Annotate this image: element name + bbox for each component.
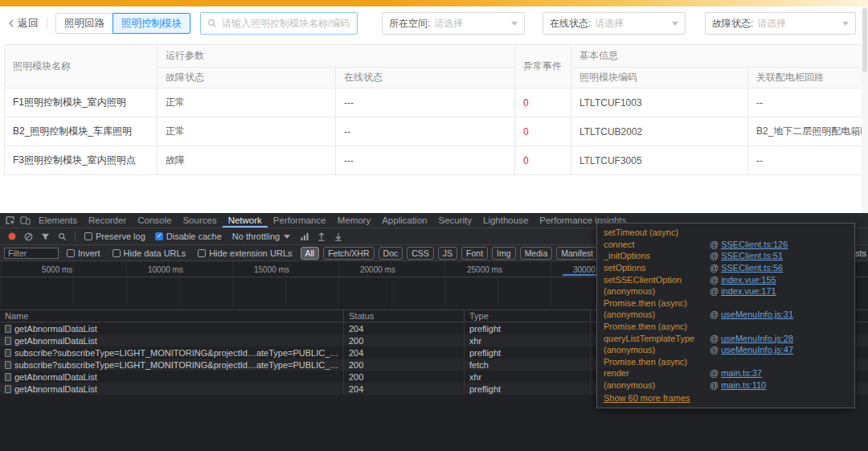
table-row[interactable]: B2_照明控制模块_车库照明 正常 -- 0 LTLTCUB2002 B2_地下… [5,117,868,146]
frame-source-link[interactable]: useMenuInfo.js:31 [721,310,793,319]
frame-source-link[interactable]: useMenuInfo.js:47 [721,345,793,355]
frame-source-link[interactable]: SSEClient.ts:126 [721,240,788,249]
frame-function: connect [604,240,710,249]
show-more-frames-link[interactable]: Show 60 more frames [604,393,690,403]
select-value: 请选择 [757,17,786,31]
filter-chip-img[interactable]: Img [492,247,516,260]
module-search-input[interactable] [222,18,350,29]
dropdown-arrow-icon [511,22,518,26]
request-status: 204 [344,346,465,359]
filter-chip-doc[interactable]: Doc [379,247,403,260]
request-doc-icon [5,349,11,357]
checkbox-icon [67,249,75,257]
frame-source-link[interactable]: SSEClient.ts:51 [721,251,783,260]
filter-icon[interactable] [38,230,53,244]
request-type: xhr [465,334,591,346]
cell-circuit: -- [748,146,868,175]
back-label: 返回 [18,16,39,31]
devtools-tab-memory[interactable]: Memory [332,213,377,228]
cell-fault-status: 正常 [158,88,336,117]
devtools-tab-security[interactable]: Security [432,213,477,228]
timeline-label: 15000 ms [254,265,289,274]
column-header-name[interactable]: Name [0,310,344,322]
request-name: getAbnormalDataList [14,384,97,394]
column-header-status[interactable]: Status [344,310,465,322]
column-header-type[interactable]: Type [465,310,591,322]
hide-extension-urls-checkbox[interactable]: Hide extension URLs [198,248,292,258]
page-scrollbar[interactable] [862,6,868,213]
preserve-log-checkbox[interactable]: Preserve log [84,232,145,241]
stack-frame: setSSEClientOption@index.vue:155 [604,273,848,285]
export-har-icon[interactable] [330,230,346,244]
request-name: getAbnormalDataList [14,336,97,346]
space-filter-select[interactable]: 所在空间: 请选择 [382,12,525,35]
tab-lighting-control-module[interactable]: 照明控制模块 [113,13,190,34]
search-network-icon[interactable] [55,230,70,244]
network-filter-input[interactable] [8,248,55,258]
frame-source-link[interactable]: main.ts:37 [721,368,762,378]
filter-chip-font[interactable]: Font [461,247,488,260]
select-value: 请选择 [595,17,624,31]
request-type: preflight [465,383,591,395]
online-status-filter-select[interactable]: 在线状态: 请选择 [542,12,686,35]
devtools-tab-sources[interactable]: Sources [177,213,222,228]
filter-chip-all[interactable]: All [301,247,320,260]
at-symbol: @ [710,240,719,249]
request-name: subscribe?subscribeType=LIGHT_MONITORING… [14,360,343,370]
frame-source-link[interactable]: index.vue:155 [721,275,776,285]
select-label: 所在空间: [389,17,430,31]
frame-source-link[interactable]: SSEClient.ts:56 [721,263,783,273]
modules-table: 照明模块名称 运行参数 异常事件 基本信息 故障状态 在线状态 照明模块编码 关… [4,44,868,175]
cell-abnormal-events: 0 [515,146,571,175]
filter-chip-js[interactable]: JS [438,247,457,260]
filter-chip-manifest[interactable]: Manifest [556,247,598,260]
frame-source-link[interactable]: useMenuInfo.js:28 [721,334,793,343]
at-symbol: @ [710,263,719,273]
clipped-filter-text: sts [855,248,866,258]
filter-chip-css[interactable]: CSS [407,247,434,260]
search-icon [207,18,217,28]
inspect-icon[interactable] [2,214,18,228]
devtools-panel: Elements Recorder Console Sources Networ… [0,213,868,451]
import-har-icon[interactable] [313,230,329,244]
initiator-stack-popup: setTimeout (async) connect@SSEClient.ts:… [596,223,855,408]
disable-cache-checkbox[interactable]: Disable cache [155,232,222,241]
devtools-tab-application[interactable]: Application [376,213,432,228]
fault-status-filter-select[interactable]: 故障状态: 请选择 [705,12,856,35]
devtools-tab-performance[interactable]: Performance [268,213,332,228]
hide-data-urls-checkbox[interactable]: Hide data URLs [113,248,186,258]
filter-chip-fetch-xhr[interactable]: Fetch/XHR [323,247,374,260]
header-abnormal-events: 异常事件 [515,45,571,88]
request-name: getAbnormalDataList [14,372,97,382]
scrollbar-thumb[interactable] [862,8,867,72]
table-row[interactable]: F1照明控制模块_室内照明 正常 --- 0 LTLTCUF1003 -- [5,88,868,117]
frame-function: (anonymous) [604,345,710,355]
record-icon[interactable] [4,230,19,244]
network-conditions-icon[interactable] [297,230,312,244]
frame-source-link[interactable]: index.vue:171 [721,286,776,296]
frame-function: render [604,368,710,378]
devtools-tab-recorder[interactable]: Recorder [83,213,132,228]
request-doc-icon [5,325,11,333]
frame-function: (anonymous) [604,380,710,390]
frame-source-link[interactable]: main.ts:110 [721,380,766,390]
devtools-tab-elements[interactable]: Elements [33,213,83,228]
overview-load-marker [563,274,596,276]
invert-checkbox[interactable]: Invert [67,248,100,258]
request-doc-icon [5,361,11,369]
back-chevron-icon [8,19,14,27]
filter-chip-media[interactable]: Media [520,247,553,260]
table-row[interactable]: F3照明控制模块_室内照明点 故障 --- 0 LTLTCUF3005 -- [5,146,868,175]
frame-function: (anonymous) [604,310,710,319]
stack-frame: (anonymous)@main.ts:110 [604,379,848,392]
devtools-tab-lighthouse[interactable]: Lighthouse [477,213,534,228]
cell-online-status: --- [336,88,515,117]
clear-icon[interactable] [21,230,36,244]
device-toolbar-icon[interactable] [18,214,33,228]
tab-lighting-circuit[interactable]: 照明回路 [55,13,113,34]
back-button[interactable]: 返回 [8,16,39,31]
lighting-app: 返回 照明回路 照明控制模块 所在空间: 请选择 在线状态: 请选择 [0,0,868,213]
throttling-select[interactable]: No throttling [232,232,290,241]
devtools-tab-network[interactable]: Network [223,213,268,228]
devtools-tab-console[interactable]: Console [132,213,177,228]
